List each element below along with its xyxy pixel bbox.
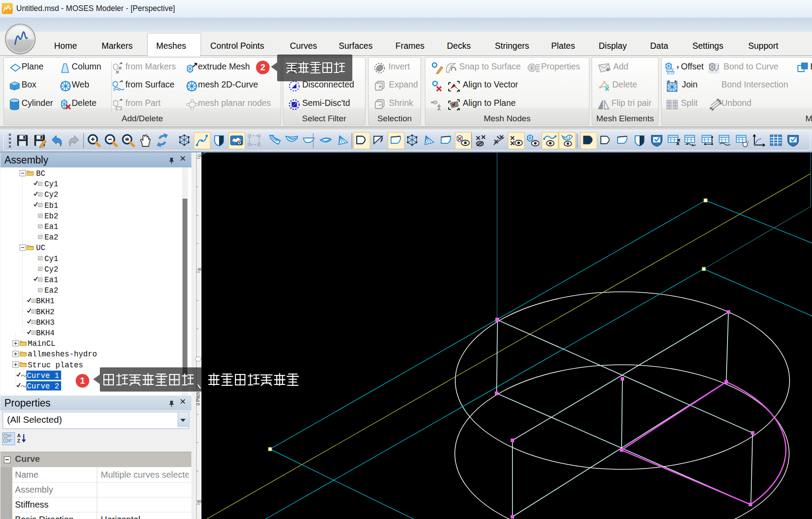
svg-text:Z: Z — [17, 438, 20, 443]
svg-text:90: 90 — [197, 499, 201, 504]
svg-text:A: A — [17, 433, 21, 438]
